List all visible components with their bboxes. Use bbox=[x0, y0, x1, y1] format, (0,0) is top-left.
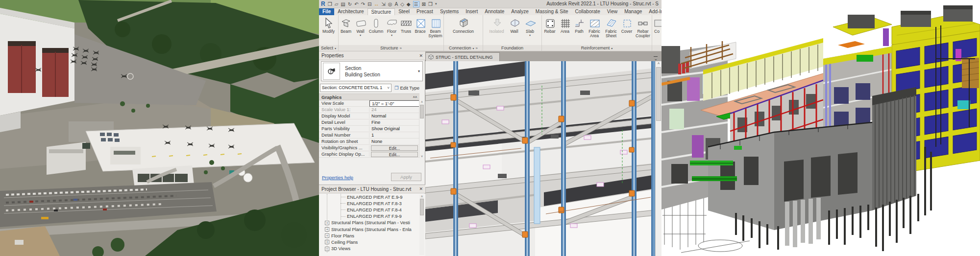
properties-scrollbar[interactable]: ˄ ˅ bbox=[419, 100, 424, 158]
path-tool[interactable]: Path bbox=[572, 16, 586, 34]
scroll-up-icon[interactable]: ˄ bbox=[656, 61, 662, 66]
slab-dropdown-icon[interactable]: ▾ bbox=[529, 34, 531, 37]
close-icon[interactable]: ✕ bbox=[419, 186, 423, 191]
close-hidden-icon[interactable]: ⊠ bbox=[422, 1, 426, 7]
tree-item-ceiling-plans[interactable]: +Ceiling Plans bbox=[319, 239, 425, 245]
type-combo[interactable]: Section: CONCRETE DETAIL 1 ˅ bbox=[320, 84, 392, 92]
scroll-thumb[interactable] bbox=[420, 105, 424, 118]
beam-system-tool[interactable]: Beam System bbox=[427, 16, 443, 38]
tree-item-enlarged-pier[interactable]: ENLARGED PIER AT F.8-3 bbox=[319, 200, 425, 207]
wall-tool[interactable]: Wall ▾ bbox=[353, 16, 368, 37]
tree-item-structural-plans[interactable]: +Structural Plans (Structural Plans - En… bbox=[319, 226, 425, 233]
print-icon[interactable]: ⊟ bbox=[368, 1, 371, 7]
tab-architecture[interactable]: Architecture bbox=[334, 8, 367, 15]
steel-detailing-scene bbox=[425, 61, 655, 256]
scroll-thumb[interactable] bbox=[420, 199, 424, 215]
properties-help-link[interactable]: Properties help bbox=[322, 175, 353, 180]
browser-scrollbar[interactable]: ˄ bbox=[419, 195, 424, 255]
scroll-up-icon[interactable]: ˄ bbox=[419, 195, 424, 198]
tree-item-floor-plans[interactable]: +Floor Plans bbox=[319, 233, 425, 239]
panel-foundation[interactable]: Foundation bbox=[483, 45, 542, 51]
panel-connection[interactable]: Connection▾» bbox=[444, 45, 483, 51]
scroll-down-icon[interactable]: ˅ bbox=[419, 155, 424, 158]
connection-tool[interactable]: Connection bbox=[449, 16, 478, 34]
panel-reinforcement[interactable]: Reinforcement▾ bbox=[542, 45, 652, 51]
floor-dropdown-icon[interactable]: ▾ bbox=[391, 34, 392, 37]
slab-tool[interactable]: Slab ▾ bbox=[522, 16, 538, 37]
panel-collapse-icon[interactable]: ⌄ bbox=[654, 56, 658, 61]
floor-tool[interactable]: Floor ▾ bbox=[385, 16, 399, 37]
tab-structure[interactable]: Structure bbox=[368, 8, 395, 15]
dialog-launcher-icon[interactable]: » bbox=[476, 46, 478, 50]
wall-dropdown-icon[interactable]: ▾ bbox=[360, 34, 361, 37]
type-selector[interactable]: Section Building Section ▾ bbox=[321, 61, 423, 81]
graphic-display-edit-button[interactable]: Edit... bbox=[371, 152, 418, 157]
file-tabs-icon[interactable]: ❐ bbox=[328, 1, 332, 7]
default-3d-view-icon[interactable]: ◇ bbox=[400, 1, 404, 7]
aligned-dimension-icon[interactable]: ⇲ bbox=[381, 1, 385, 7]
view-scrollbar[interactable]: ˄ bbox=[655, 61, 662, 256]
beam-tool[interactable]: Beam bbox=[339, 16, 353, 34]
tab-precast[interactable]: Precast bbox=[413, 8, 437, 15]
tree-item-enlarged-pier[interactable]: ENLARGED PIER AT F.8-4 bbox=[319, 207, 425, 213]
tab-insert[interactable]: Insert bbox=[462, 8, 481, 15]
foundation-wall-tool[interactable]: Wall bbox=[507, 16, 522, 34]
tab-massing-site[interactable]: Massing & Site bbox=[532, 8, 572, 15]
tree-item-enlarged-pier[interactable]: ENLARGED PIER AT F.9-9 bbox=[319, 213, 425, 220]
section-icon[interactable]: ◆ bbox=[407, 1, 411, 7]
cover-tool[interactable]: Cover bbox=[619, 16, 634, 34]
revit-logo[interactable]: R bbox=[321, 1, 325, 7]
truss-tool[interactable]: Truss bbox=[399, 16, 413, 34]
tab-annotate[interactable]: Annotate bbox=[481, 8, 508, 15]
chevron-down-icon[interactable]: ▾ bbox=[418, 69, 420, 73]
dialog-launcher-icon[interactable]: » bbox=[400, 46, 402, 50]
modify-cursor-icon bbox=[322, 16, 334, 29]
scroll-up-icon[interactable]: ˄ bbox=[419, 100, 424, 104]
fabric-area-tool[interactable]: Fabric Area bbox=[586, 16, 603, 38]
brace-tool[interactable]: Brace bbox=[413, 16, 427, 34]
tree-item-structural-plans[interactable]: +Structural Plans (Structural Plan - Ves… bbox=[319, 220, 425, 226]
view-scale-value[interactable]: 1/2" = 1'-0" bbox=[369, 100, 419, 107]
clipped-tool[interactable]: Co bbox=[652, 16, 662, 34]
visibility-icon[interactable]: ☰ bbox=[413, 1, 419, 7]
panel-select[interactable]: Select▾ bbox=[319, 45, 339, 51]
text-icon[interactable]: A bbox=[394, 1, 398, 7]
save-icon[interactable]: ▤ bbox=[341, 1, 345, 7]
visibility-graphics-edit-button[interactable]: Edit... bbox=[371, 145, 418, 151]
area-tool[interactable]: Area bbox=[558, 16, 572, 34]
tab-file[interactable]: File bbox=[319, 8, 334, 15]
customize-icon[interactable]: ▾ bbox=[435, 2, 437, 6]
tab-add-ins[interactable]: Add-Ins bbox=[645, 8, 662, 15]
tree-item-enlarged-pier[interactable]: ENLARGED PIER AT E.9-9 bbox=[319, 194, 425, 200]
undo-icon[interactable]: ↶ bbox=[354, 1, 358, 7]
switch-windows-icon[interactable]: ❒ bbox=[428, 1, 433, 7]
close-icon[interactable]: ✕ bbox=[419, 53, 423, 58]
brace-icon bbox=[415, 16, 426, 29]
edit-type-button[interactable]: ❐ Edit Type bbox=[394, 85, 419, 91]
properties-title: Properties bbox=[321, 53, 344, 58]
panel-structure[interactable]: Structure» bbox=[339, 45, 444, 51]
tab-steel[interactable]: Steel bbox=[395, 8, 413, 15]
column-tool[interactable]: Column bbox=[368, 16, 385, 34]
rebar-coupler-tool[interactable]: Rebar Coupler bbox=[634, 16, 652, 38]
view-tab-steel-detailing[interactable]: STRUC - STEEL DETAILING bbox=[425, 52, 500, 61]
scroll-thumb[interactable] bbox=[656, 67, 661, 121]
redo-icon[interactable]: ↷ bbox=[361, 1, 365, 7]
tab-systems[interactable]: Systems bbox=[437, 8, 462, 15]
apply-button[interactable]: Apply bbox=[391, 173, 421, 181]
drawing-canvas[interactable] bbox=[425, 61, 655, 256]
sync-icon[interactable]: ↻ bbox=[348, 1, 352, 7]
rebar-tool[interactable]: Rebar bbox=[542, 16, 558, 34]
tree-item-3d-views[interactable]: −3D Views bbox=[319, 246, 425, 252]
open-icon[interactable]: ▱ bbox=[335, 1, 339, 7]
tag-icon[interactable]: ◎ bbox=[388, 1, 392, 7]
fabric-sheet-tool[interactable]: Fabric Sheet bbox=[603, 16, 619, 38]
tab-analyze[interactable]: Analyze bbox=[508, 8, 532, 15]
tab-collaborate[interactable]: Collaborate bbox=[572, 8, 604, 15]
modify-tool[interactable]: Modify bbox=[322, 16, 335, 34]
measure-icon[interactable]: ↔ bbox=[374, 1, 379, 7]
collapse-group-icon[interactable]: ˄˄ bbox=[413, 95, 417, 99]
tab-view[interactable]: View bbox=[604, 8, 621, 15]
graphics-group-header[interactable]: Graphics ˄˄ bbox=[319, 93, 419, 100]
tab-manage[interactable]: Manage bbox=[621, 8, 645, 15]
